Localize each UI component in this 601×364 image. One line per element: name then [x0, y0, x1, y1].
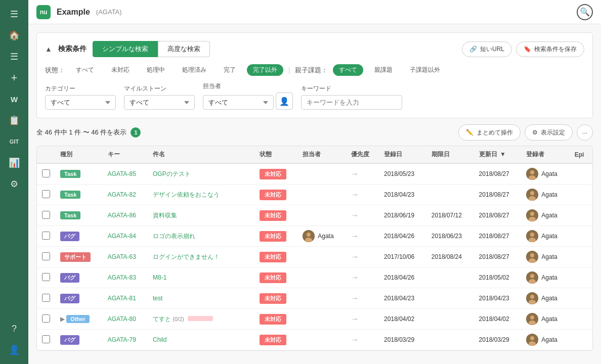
- milestone-label: マイルストーン: [124, 84, 195, 93]
- filter-unresponded[interactable]: 未対応: [105, 64, 136, 76]
- issue-key[interactable]: AGATA-80: [103, 309, 148, 330]
- issue-key[interactable]: AGATA-63: [103, 247, 148, 267]
- issue-type-tag: サポート: [60, 252, 91, 262]
- filter-processed[interactable]: 処理済み: [176, 64, 212, 76]
- report-icon[interactable]: 📊: [4, 153, 24, 173]
- row-checkbox[interactable]: [42, 314, 50, 323]
- parent-filter-label: 親子課題：: [295, 66, 328, 75]
- collapse-search-icon[interactable]: ▲: [45, 45, 52, 53]
- git-icon[interactable]: GIT: [4, 131, 24, 152]
- registrar-cell: Agata: [521, 267, 569, 288]
- menu-icon[interactable]: ☰: [4, 4, 24, 24]
- bulk-action-label: まとめて操作: [477, 128, 513, 137]
- registrar-cell: Agata: [521, 163, 569, 185]
- filter-dropdowns-row: カテゴリー すべて マイルストーン すべて 担当者 すべて: [45, 82, 584, 110]
- row-checkbox[interactable]: [42, 252, 50, 260]
- deadline-date: [426, 309, 474, 330]
- issue-key[interactable]: AGATA-84: [103, 226, 148, 247]
- issue-key[interactable]: AGATA-82: [103, 185, 148, 205]
- issue-name[interactable]: てすと (0/2): [148, 309, 254, 330]
- filter-completed[interactable]: 完了: [218, 64, 242, 76]
- priority-icon: →: [351, 252, 359, 261]
- col-checkbox: [37, 146, 55, 163]
- table-row: TaskAGATA-85OGPのテスト未対応→2018/05/232018/08…: [37, 163, 592, 185]
- registrar-avatar: [526, 209, 538, 221]
- col-updated[interactable]: 更新日 ▼: [474, 146, 522, 163]
- filter-except-child[interactable]: 子課題以外: [404, 64, 446, 76]
- more-options-button[interactable]: ···: [577, 124, 593, 141]
- assignee-row: すべて 👤: [203, 93, 293, 110]
- save-search-button[interactable]: 🔖 検索条件を保存: [516, 41, 584, 57]
- filter-parent-issue[interactable]: 親課題: [368, 64, 399, 76]
- filter-all[interactable]: すべて: [70, 64, 100, 76]
- settings-icon[interactable]: ⚙: [4, 174, 24, 194]
- registrar-name: Agata: [541, 233, 557, 240]
- bulk-action-button[interactable]: ✏️ まとめて操作: [458, 124, 521, 141]
- filter-parent-all[interactable]: すべて: [333, 64, 363, 76]
- issue-name[interactable]: test: [148, 288, 254, 309]
- svg-point-10: [307, 233, 311, 237]
- issue-name[interactable]: 資料収集: [148, 205, 254, 226]
- issue-key[interactable]: AGATA-83: [103, 267, 148, 288]
- issue-key[interactable]: AGATA-81: [103, 288, 148, 309]
- epic-cell: [570, 226, 592, 247]
- row-checkbox[interactable]: [42, 294, 50, 302]
- issue-key[interactable]: AGATA-86: [103, 205, 148, 226]
- milestone-select[interactable]: すべて: [124, 95, 195, 110]
- status-filter-label: 状態：: [45, 66, 65, 75]
- assignee-person-button[interactable]: 👤: [276, 93, 293, 110]
- row-checkbox[interactable]: [42, 273, 50, 281]
- settings-icon-small: ⚙: [532, 129, 538, 136]
- issue-name[interactable]: M8-1: [148, 267, 254, 288]
- keyword-input[interactable]: [301, 95, 402, 110]
- sidebar-top: ☰ 🏠 ☰ + W 📋 GIT 📊 ⚙: [0, 4, 28, 194]
- keyword-group: キーワード: [301, 84, 402, 110]
- row-checkbox[interactable]: [42, 211, 50, 219]
- search-tabs: シンプルな検索 高度な検索: [93, 41, 210, 57]
- deadline-date: 2018/08/24: [426, 247, 474, 267]
- tab-advanced-search[interactable]: 高度な検索: [158, 41, 210, 57]
- row-checkbox[interactable]: [42, 335, 50, 343]
- col-key: キー: [103, 146, 148, 163]
- row-checkbox[interactable]: [42, 169, 50, 177]
- filter-processing[interactable]: 処理中: [141, 64, 171, 76]
- list-icon[interactable]: ☰: [4, 47, 24, 67]
- issue-name[interactable]: ログインができません！: [148, 247, 254, 267]
- filter-except-completed[interactable]: 完了以外: [247, 64, 283, 76]
- add-icon[interactable]: +: [4, 68, 24, 88]
- display-settings-button[interactable]: ⚙ 表示設定: [525, 124, 573, 141]
- files-icon[interactable]: 📋: [4, 110, 24, 130]
- result-bar: 全 46 件中 1 件 〜 46 件を表示 1 ✏️ まとめて操作 ⚙ 表示設定…: [36, 124, 593, 141]
- issue-name[interactable]: ロゴの表示崩れ: [148, 226, 254, 247]
- home-icon[interactable]: 🏠: [4, 25, 24, 46]
- deadline-date: 2018/07/12: [426, 205, 474, 226]
- row-checkbox[interactable]: [42, 232, 50, 240]
- registered-date: 2018/04/26: [379, 226, 426, 247]
- status-badge: 未対応: [260, 169, 286, 179]
- svg-point-13: [530, 233, 534, 237]
- table-row: ▶ OtherAGATA-80てすと (0/2) 未対応→2018/04/022…: [37, 309, 592, 330]
- issue-name[interactable]: Child: [148, 330, 254, 350]
- row-checkbox[interactable]: [42, 190, 50, 198]
- issue-key[interactable]: AGATA-85: [103, 163, 148, 185]
- table-row: サポートAGATA-63ログインができません！未対応→2017/10/06201…: [37, 247, 592, 267]
- assignee-cell: [297, 185, 346, 205]
- header: nu Example (AGATA) 🔍: [28, 0, 601, 24]
- user-icon[interactable]: 👤: [4, 340, 24, 360]
- issue-key[interactable]: AGATA-79: [103, 330, 148, 350]
- assignee-cell: [297, 330, 346, 350]
- help-icon[interactable]: ?: [4, 318, 24, 339]
- issue-name[interactable]: デザイン依頼をおこなう: [148, 185, 254, 205]
- category-select[interactable]: すべて: [45, 95, 116, 110]
- tab-simple-search[interactable]: シンプルな検索: [93, 41, 158, 57]
- issue-name[interactable]: OGPのテスト: [148, 163, 254, 185]
- wiki-icon[interactable]: W: [4, 89, 24, 109]
- short-url-button[interactable]: 🔗 短いURL: [462, 41, 512, 57]
- assignee-select[interactable]: すべて: [203, 95, 274, 110]
- epic-cell: [570, 247, 592, 267]
- global-search-button[interactable]: 🔍: [577, 4, 593, 20]
- assignee-cell: [297, 205, 346, 226]
- svg-point-22: [530, 295, 534, 299]
- expand-icon[interactable]: ▶: [60, 315, 65, 323]
- updated-date: 2018/04/23: [474, 288, 522, 309]
